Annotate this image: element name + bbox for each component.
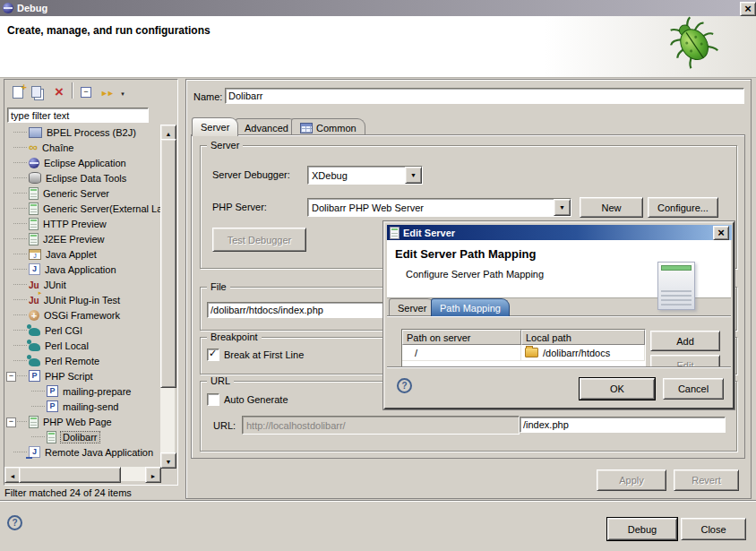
php-server-icon [29,416,39,428]
tree-item-label: Eclipse Application [44,158,126,168]
tree-item-label: mailing-send [63,401,118,412]
tree-item[interactable]: JUnit [5,277,160,292]
tree-item[interactable]: mailing-send [5,399,160,414]
tree-item[interactable]: Eclipse Data Tools [5,170,160,185]
window-titlebar: Debug [0,0,756,16]
vscrollbar-thumb[interactable] [160,139,176,388]
filter-input[interactable] [7,108,149,123]
apply-button: Apply [597,469,666,491]
new-config-icon [13,86,23,99]
dialog-tab-server[interactable]: Server [389,298,435,316]
footer-separator [0,500,756,502]
tree-item[interactable]: mailing-prepare [5,383,160,399]
scroll-right-button[interactable] [145,467,161,483]
tree-item[interactable]: JUnit Plug-in Test [5,292,160,307]
tree-collapse-icon[interactable]: − [6,372,16,382]
tree-item[interactable]: Java Applet [5,246,160,262]
osgi-icon [29,310,39,321]
add-mapping-button[interactable]: Add [650,331,720,351]
tree-item[interactable]: Remote Java Application [5,444,160,460]
break-first-line-checkbox[interactable] [207,349,219,361]
tab-advanced[interactable]: Advanced [236,118,297,136]
tree-item[interactable]: Eclipse Application [5,155,160,170]
tree-item[interactable]: BPEL Process (B2J) [5,125,160,140]
auto-generate-checkbox[interactable] [207,393,219,406]
name-input[interactable] [225,88,744,104]
tree-item-label: HTTP Preview [43,219,107,229]
database-icon [29,172,41,184]
php-server-select[interactable]: Dolibarr PHP Web Server [307,198,571,217]
close-button[interactable]: Close [681,518,746,540]
config-tree: BPEL Process (B2J)ChaîneEclipse Applicat… [5,125,160,465]
tree-item[interactable]: Perl Remote [5,353,160,368]
server-icon [29,187,39,200]
break-first-line-label: Break at First Line [224,349,304,360]
debug-button[interactable]: Debug [607,518,677,540]
dialog-header: Edit Server Path Mapping Configure Serve… [387,240,731,298]
filter-icon [100,87,113,98]
scroll-down-button[interactable] [160,452,176,469]
tree-item-label: Perl CGI [45,325,82,336]
duplicate-config-icon [31,86,41,98]
tree-item[interactable]: Generic Server(External La [5,201,160,216]
dropdown-arrow-icon[interactable] [405,167,422,184]
eclipse-sphere-icon [29,158,39,168]
close-icon [717,228,725,238]
tab-server[interactable]: Server [192,117,238,136]
tree-item[interactable]: Perl Local [5,338,160,353]
dropdown-arrow-icon[interactable] [554,199,571,216]
server-icon [29,233,39,245]
tree-item[interactable]: −PHP Script [5,368,160,383]
delete-configuration-button[interactable] [48,82,70,102]
cell-local-path: /dolibarr/htdocs [521,345,645,360]
help-icon[interactable] [7,515,22,530]
tree-item-label: Chaîne [42,142,73,153]
junit-plugin-icon [29,295,39,306]
camel-icon [29,343,40,351]
server-debugger-select[interactable]: XDebug [307,166,423,185]
dialog-tab-path-mapping[interactable]: Path Mapping [431,298,510,316]
collapse-all-button[interactable] [75,82,97,102]
edit-server-dialog: Edit Server Edit Server Path Mapping Con… [383,221,735,409]
window-close-button[interactable] [740,2,756,16]
dialog-help-icon[interactable] [397,378,412,393]
arrow-left-icon [10,469,16,480]
banner: Create, manage, and run configurations [0,16,756,78]
tree-item[interactable]: OSGi Framework [5,307,160,323]
tree-item[interactable]: Generic Server [5,185,160,201]
tree-item[interactable]: Dolibarr [5,429,160,444]
cancel-button[interactable]: Cancel [663,378,724,400]
ok-button[interactable]: OK [580,378,655,400]
tree-item-label: JUnit [44,280,66,290]
file-group-legend: File [207,281,230,292]
tree-item[interactable]: Perl CGI [5,323,160,338]
tree-item[interactable]: Java Application [5,262,160,277]
url-path-input[interactable] [520,417,726,433]
tree-collapse-icon[interactable]: − [6,418,16,427]
hscrollbar-thumb[interactable] [19,467,121,483]
url-group-legend: URL [207,375,234,386]
table-icon [300,123,313,133]
window-title: Debug [17,3,47,13]
tree-item[interactable]: J2EE Preview [5,231,160,246]
php-server-icon [47,431,56,443]
test-debugger-button: Test Debugger [212,228,306,252]
configure-server-button[interactable]: Configure... [648,197,718,218]
table-row[interactable]: //dolibarr/htdocs [402,345,645,361]
toolbar-menu-button[interactable] [116,82,129,102]
filter-button[interactable] [96,82,117,102]
remote-java-icon [29,446,40,458]
tree-item[interactable]: HTTP Preview [5,216,160,231]
tree-item[interactable]: −PHP Web Page [5,414,160,429]
new-configuration-button[interactable] [7,82,29,102]
breakpoint-group-legend: Breakpoint [207,331,262,342]
dialog-close-button[interactable] [713,226,729,240]
new-server-button[interactable]: New [580,197,643,218]
tree-item-label: Perl Remote [45,356,99,366]
tree-item-label: PHP Web Page [43,417,112,427]
duplicate-configuration-button[interactable] [28,82,49,102]
debug-window: Debug Create, manage, and run configurat… [0,0,756,551]
tab-common[interactable]: Common [291,118,365,136]
url-label: URL: [213,420,236,431]
tree-item[interactable]: Chaîne [5,140,160,155]
